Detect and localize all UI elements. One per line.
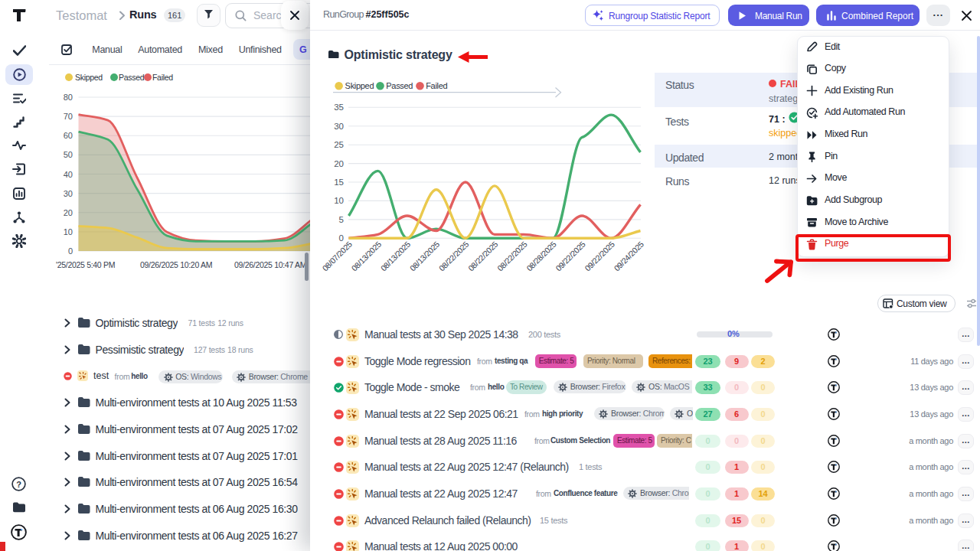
svg-text:10: 10: [64, 227, 73, 236]
svg-text:20: 20: [64, 208, 73, 217]
svg-text:08/07/2025: 08/07/2025: [322, 240, 354, 273]
svg-text:60: 60: [64, 131, 73, 140]
svg-text:08/13/2025: 08/13/2025: [349, 240, 383, 273]
svg-text:09/24/2025: 09/24/2025: [612, 240, 645, 273]
svg-text:Skipped: Skipped: [345, 81, 374, 90]
svg-text:25: 25: [334, 140, 344, 149]
svg-text:Failed: Failed: [426, 81, 447, 90]
svg-text:5: 5: [339, 215, 344, 224]
svg-text:30: 30: [64, 189, 73, 198]
svg-text:20: 20: [334, 159, 344, 168]
svg-text:70: 70: [64, 112, 73, 121]
svg-text:08/22/2025: 08/22/2025: [495, 240, 529, 273]
svg-text:?: ?: [16, 480, 21, 489]
svg-text:40: 40: [64, 170, 73, 179]
svg-text:08/13/2025: 08/13/2025: [408, 240, 442, 273]
svg-text:08/13/2025: 08/13/2025: [379, 240, 413, 273]
svg-text:30: 30: [334, 122, 344, 131]
svg-text:09/22/2025: 09/22/2025: [554, 240, 587, 273]
svg-text:10: 10: [334, 196, 344, 205]
svg-text:08/22/2025: 08/22/2025: [437, 240, 471, 273]
svg-text:Passed: Passed: [386, 81, 413, 90]
svg-text:09/26/2025 10:20 AM: 09/26/2025 10:20 AM: [140, 260, 212, 269]
svg-text:09/26/2025 10:47 AM: 09/26/2025 10:47 AM: [234, 260, 306, 269]
svg-text:35: 35: [334, 103, 344, 112]
svg-text:'25/2025 5:40 PM: '25/2025 5:40 PM: [56, 260, 115, 269]
svg-text:08/28/2025: 08/28/2025: [524, 240, 558, 273]
svg-text:0: 0: [339, 233, 344, 243]
svg-text:50: 50: [64, 150, 73, 159]
svg-text:80: 80: [64, 93, 73, 102]
svg-text:15: 15: [334, 178, 344, 187]
svg-text:09/22/2025: 09/22/2025: [583, 240, 616, 273]
svg-text:0: 0: [68, 246, 73, 256]
svg-text:08/22/2025: 08/22/2025: [466, 240, 500, 273]
